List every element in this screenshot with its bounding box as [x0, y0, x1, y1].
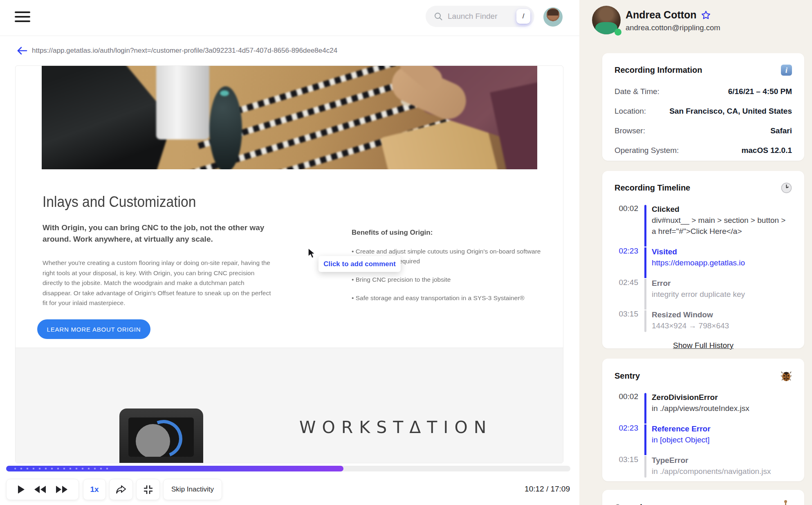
replay-viewport[interactable]: Inlays and Customization With Origin, yo…: [15, 65, 563, 463]
mouse-cursor-icon: [307, 247, 316, 259]
card-title: Sentry: [615, 371, 640, 381]
keyboard-shortcut-badge: /: [516, 9, 530, 24]
search-placeholder: Launch Finder: [448, 12, 516, 21]
info-row: Date & Time: 6/16/21 – 4:50 PM: [615, 87, 792, 96]
console-card: Console: [602, 490, 804, 505]
replay-heading: Inlays and Customization: [43, 193, 196, 211]
recorded-page-url: https://app.getatlas.io/auth/login?next=…: [32, 47, 337, 55]
replayed-page: Inlays and Customization With Origin, yo…: [16, 66, 563, 463]
transport-controls: [6, 479, 79, 500]
sentry-event-list: 00:02 ZeroDivisionError in ./app/views/r…: [615, 392, 792, 479]
rewind-button[interactable]: [33, 485, 47, 494]
hero-photo: [42, 66, 537, 169]
ladybug-icon: [781, 370, 792, 382]
timeline-event[interactable]: 03:15 Resized Window 1443×924 → 798×643: [615, 310, 792, 334]
benefit-item: Bring CNC precision to the jobsite: [352, 275, 546, 285]
skip-inactivity-button[interactable]: Skip Inactivity: [163, 479, 222, 500]
timeline-event-list: 00:02 Clicked div#nuxt__ > main > sectio…: [615, 204, 792, 334]
sentry-card: Sentry 00:02: [602, 359, 804, 481]
time-display: 10:12 / 17:09: [525, 485, 570, 494]
hamburger-menu-icon[interactable]: [15, 11, 30, 23]
replay-subheading: With Origin, you can bring CNC to the jo…: [43, 222, 288, 245]
progress-fill: [6, 466, 343, 471]
timeline-event[interactable]: 02:23 Visited https://demoapp.getatlas.i…: [615, 247, 792, 278]
search-input[interactable]: Launch Finder /: [426, 6, 534, 27]
fast-forward-button[interactable]: [55, 485, 69, 494]
share-arrow-icon: [115, 484, 127, 495]
info-row: Operating System: macOS 12.0.1: [615, 146, 792, 155]
info-row: Browser: Safari: [615, 126, 792, 135]
add-comment-tooltip[interactable]: Click to add comment: [319, 256, 401, 272]
clock-icon: [781, 182, 792, 193]
benefit-item: Safe storage and easy transportation in …: [352, 293, 546, 303]
share-button[interactable]: [109, 479, 133, 500]
online-status-dot: [615, 29, 621, 36]
play-button[interactable]: [16, 485, 25, 494]
info-row: Location: San Francisco, CA, United Stat…: [615, 107, 792, 116]
card-title: Console: [615, 503, 647, 505]
favorite-star-icon[interactable]: [701, 10, 711, 20]
workstation-logo: WORKSTΔTION: [299, 417, 492, 437]
router-device-image: [119, 408, 203, 463]
timeline-event[interactable]: 02:45 Error integrity error duplicate ke…: [615, 278, 792, 310]
playback-progress-bar[interactable]: [6, 466, 570, 471]
replay-paragraph: Whether you're creating a custom floorin…: [43, 258, 271, 308]
show-full-history-link[interactable]: Show Full History: [615, 341, 792, 350]
user-name: Andrea Cotton: [626, 9, 697, 21]
benefits-title: Benefits of using Origin:: [352, 229, 433, 237]
back-arrow-icon[interactable]: [16, 46, 28, 56]
player-controls: 1x Skip Inactivity 10:12 / 17:09: [0, 479, 579, 500]
main-area: Launch Finder / https://app.getatlas.io/…: [0, 0, 579, 505]
current-user-avatar[interactable]: [543, 7, 563, 27]
user-header: Andrea Cotton andrea.cotton@rippling.com: [579, 0, 812, 43]
recording-timeline-card: Recording Timeline 00:02 Clicked div#nux…: [602, 171, 804, 348]
topbar: Launch Finder /: [0, 0, 579, 36]
details-panel: Andrea Cotton andrea.cotton@rippling.com…: [579, 0, 812, 505]
card-title: Recording Timeline: [615, 183, 690, 193]
info-icon: i: [781, 65, 792, 76]
sentry-event[interactable]: 02:23 Reference Error in [object Object]: [615, 424, 792, 455]
sentry-event[interactable]: 03:15 TypeError in ./app/components/navi…: [615, 455, 792, 479]
url-bar: https://app.getatlas.io/auth/login?next=…: [0, 36, 579, 65]
card-title: Recording Information: [615, 65, 702, 75]
replay-footer-section: [16, 348, 563, 463]
sentry-event[interactable]: 00:02 ZeroDivisionError in ./app/views/r…: [615, 392, 792, 424]
session-replay-app: Launch Finder / https://app.getatlas.io/…: [0, 0, 812, 505]
recording-information-card: Recording Information i Date & Time: 6/1…: [602, 53, 804, 161]
playback-speed-button[interactable]: 1x: [83, 479, 106, 500]
timeline-event[interactable]: 00:02 Clicked div#nuxt__ > main > sectio…: [615, 204, 792, 247]
robot-icon: [780, 501, 792, 505]
user-email: andrea.cotton@rippling.com: [626, 23, 720, 32]
collapse-view-button[interactable]: [136, 479, 160, 500]
learn-more-button[interactable]: LEARN MORE ABOUT ORIGIN: [37, 319, 150, 339]
search-icon: [434, 12, 443, 21]
collapse-icon: [143, 484, 154, 495]
